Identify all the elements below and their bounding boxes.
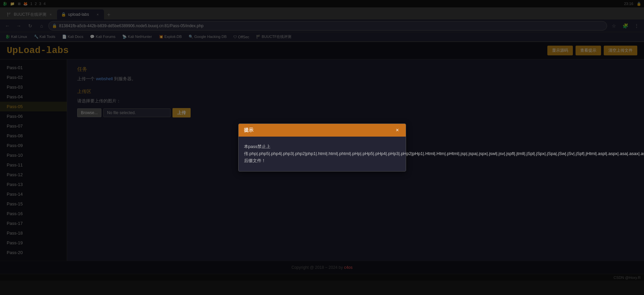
- hint-modal: 提示 × 本pass禁止上传.php|.php5|.php4|.php3|.ph…: [238, 124, 406, 171]
- modal-title: 提示: [244, 127, 253, 133]
- modal-close-button[interactable]: ×: [394, 127, 400, 133]
- modal-header: 提示 ×: [239, 124, 406, 137]
- modal-body: 本pass禁止上传.php|.php5|.php4|.php3|.php2|ph…: [239, 137, 406, 171]
- modal-overlay[interactable]: 提示 × 本pass禁止上传.php|.php5|.php4|.php3|.ph…: [0, 0, 644, 295]
